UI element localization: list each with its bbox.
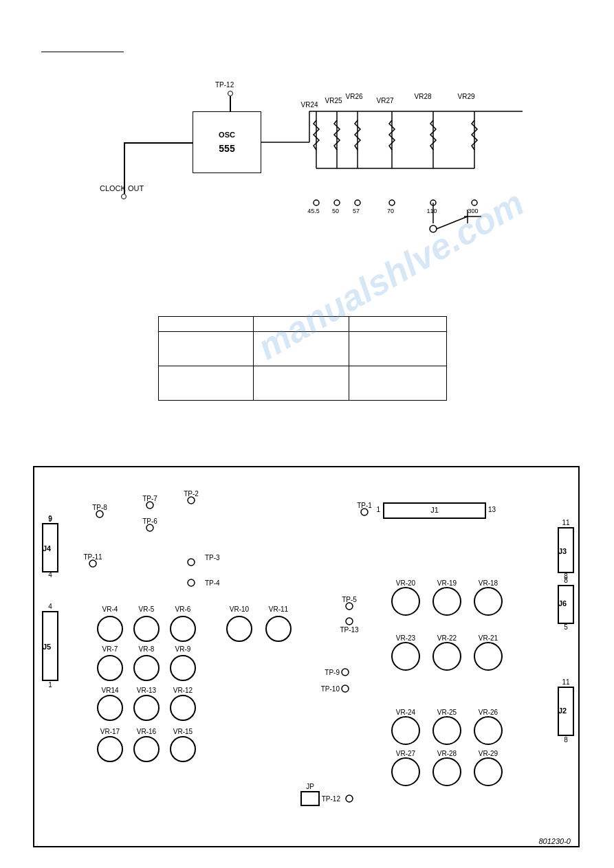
svg-point-76: [346, 618, 353, 625]
svg-point-74: [346, 603, 353, 610]
svg-point-129: [474, 717, 502, 744]
svg-text:11: 11: [562, 519, 570, 526]
svg-point-103: [134, 695, 159, 720]
svg-rect-136: [301, 792, 319, 805]
svg-point-125: [392, 717, 419, 744]
svg-text:VR-5: VR-5: [139, 605, 155, 613]
svg-text:VR-21: VR-21: [479, 634, 498, 642]
svg-point-119: [392, 643, 419, 670]
svg-point-135: [474, 758, 502, 786]
svg-point-123: [474, 643, 502, 670]
svg-text:VR-7: VR-7: [102, 645, 118, 653]
svg-text:TP-2: TP-2: [184, 490, 199, 498]
svg-text:11: 11: [562, 678, 570, 686]
svg-point-99: [171, 656, 195, 680]
svg-text:8: 8: [564, 577, 568, 584]
table-header-1: [159, 317, 254, 332]
svg-point-115: [433, 588, 461, 615]
svg-point-131: [392, 758, 419, 786]
svg-point-16: [314, 200, 319, 205]
svg-point-89: [171, 616, 195, 641]
svg-point-82: [346, 795, 353, 802]
svg-text:5: 5: [564, 623, 568, 631]
svg-text:TP-8: TP-8: [92, 504, 107, 511]
svg-text:VR28: VR28: [414, 93, 431, 100]
svg-text:VR-8: VR-8: [139, 645, 155, 653]
svg-text:J4: J4: [43, 544, 52, 553]
svg-text:110: 110: [426, 208, 437, 214]
svg-text:8: 8: [564, 736, 568, 744]
svg-text:VR-6: VR-6: [175, 605, 191, 613]
svg-point-80: [342, 685, 349, 692]
table-cell-1-1: [159, 332, 254, 366]
svg-text:VR-20: VR-20: [396, 579, 416, 587]
svg-text:VR-4: VR-4: [102, 605, 118, 613]
table-cell-1-2: [254, 332, 349, 366]
svg-text:VR-19: VR-19: [437, 579, 457, 587]
svg-text:VR25: VR25: [325, 97, 342, 104]
svg-text:9: 9: [48, 515, 52, 522]
svg-point-111: [171, 737, 195, 761]
svg-text:J1: J1: [430, 506, 439, 514]
svg-text:VR27: VR27: [376, 97, 393, 104]
svg-text:VR-24: VR-24: [396, 709, 416, 716]
svg-point-133: [433, 758, 461, 786]
svg-text:VR29: VR29: [457, 93, 474, 100]
svg-point-95: [98, 656, 122, 680]
svg-text:VR-25: VR-25: [437, 709, 457, 716]
svg-text:VR-13: VR-13: [137, 687, 157, 694]
svg-point-101: [98, 695, 122, 720]
svg-point-97: [134, 656, 159, 680]
svg-point-78: [342, 669, 349, 676]
svg-point-68: [188, 559, 195, 566]
svg-point-91: [227, 616, 252, 641]
board-diagram: 9 9 4 J4 4 1 J5 11 8 J3 8 5 J6 11 8 J2: [33, 466, 580, 847]
svg-point-72: [361, 509, 368, 515]
svg-point-117: [474, 588, 502, 615]
top-line: [41, 52, 124, 52]
schematic-svg: VR24 VR25 VR26 VR27 VR28 VR29 45.5 50 57…: [41, 69, 578, 275]
svg-text:J3: J3: [558, 547, 567, 555]
svg-text:VR14: VR14: [101, 687, 118, 694]
svg-text:57: 57: [353, 208, 360, 214]
table-cell-1-3: [349, 332, 446, 366]
table-section: [158, 316, 447, 401]
svg-point-113: [392, 588, 419, 615]
svg-text:1: 1: [376, 506, 380, 513]
svg-text:JP: JP: [306, 783, 314, 790]
svg-text:TP-3: TP-3: [205, 554, 220, 561]
svg-point-107: [98, 737, 122, 761]
svg-point-17: [334, 200, 340, 205]
svg-text:VR-28: VR-28: [437, 750, 457, 757]
svg-point-64: [146, 524, 153, 531]
svg-text:VR-26: VR-26: [479, 709, 498, 716]
svg-text:TP-9: TP-9: [325, 669, 340, 676]
svg-point-18: [355, 200, 360, 205]
svg-point-87: [134, 616, 159, 641]
svg-text:VR-18: VR-18: [479, 579, 498, 587]
svg-text:13: 13: [488, 506, 496, 513]
svg-text:4: 4: [48, 571, 52, 579]
svg-point-85: [98, 616, 122, 641]
svg-text:VR-16: VR-16: [137, 728, 157, 735]
svg-text:TP-11: TP-11: [83, 553, 102, 561]
svg-text:VR-11: VR-11: [269, 605, 289, 613]
svg-point-105: [171, 695, 195, 720]
data-table: [158, 316, 447, 401]
table-cell-2-3: [349, 366, 446, 401]
svg-text:300: 300: [468, 208, 478, 214]
svg-point-109: [134, 737, 159, 761]
svg-text:1: 1: [48, 681, 52, 689]
svg-text:VR-22: VR-22: [437, 634, 457, 642]
page: TP-12 OSC 555 CLOCK OUT: [0, 0, 614, 868]
svg-text:VR26: VR26: [345, 93, 362, 100]
table-header-3: [349, 317, 446, 332]
svg-text:TP-4: TP-4: [205, 579, 220, 587]
svg-text:TP-1: TP-1: [357, 502, 372, 509]
svg-text:801230-0: 801230-0: [539, 837, 571, 845]
schematic-section: TP-12 OSC 555 CLOCK OUT: [41, 69, 578, 275]
svg-text:VR-23: VR-23: [396, 634, 416, 642]
table-cell-2-1: [159, 366, 254, 401]
svg-text:VR-12: VR-12: [173, 687, 193, 694]
svg-point-60: [146, 502, 153, 509]
